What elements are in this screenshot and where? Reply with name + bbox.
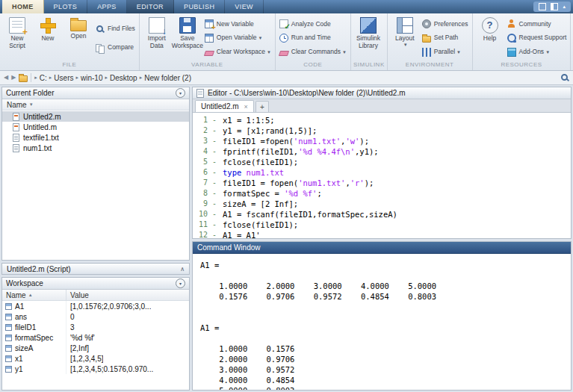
code-text[interactable]: fprintf(fileID1,'%d %4.4f\n',y1);: [223, 146, 379, 157]
command-output-line: 2.0000 0.9706: [200, 354, 571, 364]
code-text[interactable]: sizeA = [2 Inf];: [223, 199, 298, 209]
save-icon[interactable]: [539, 3, 546, 10]
line-number[interactable]: 8 -: [193, 188, 223, 199]
sort-ascending-icon: ▲: [28, 293, 33, 297]
window-layout-icon[interactable]: [551, 3, 558, 10]
open-folder-icon: [70, 20, 87, 31]
code-segment: formatSpec =: [223, 189, 284, 198]
tab-plots[interactable]: PLOTS: [44, 0, 88, 13]
workspace-row[interactable]: ans0: [2, 311, 189, 322]
new-tab-button[interactable]: +: [255, 101, 269, 112]
command-window-header[interactable]: Command Window: [193, 242, 571, 254]
editor-tab-untitled2[interactable]: Untitled2.m ×: [195, 100, 254, 112]
code-text[interactable]: fclose(fileID1);: [223, 220, 298, 230]
chevron-up-icon[interactable]: ▴: [563, 4, 566, 10]
set-path-button[interactable]: Set Path: [422, 33, 468, 44]
command-output[interactable]: A1 = 1.0000 2.0000 3.0000 4.0000 5.0000 …: [193, 254, 571, 390]
simulink-library-button[interactable]: Simulink Library: [353, 15, 383, 61]
panel-menu-icon[interactable]: [176, 279, 185, 288]
run-and-time-button[interactable]: Run and Time: [279, 33, 347, 44]
tab-view[interactable]: VIEW: [225, 0, 264, 13]
editor-header[interactable]: Editor - C:\Users\win-10\Desktop\New fol…: [193, 87, 571, 99]
forward-icon[interactable]: ▶: [11, 71, 16, 84]
clear-workspace-button[interactable]: Clear Workspace ▼: [205, 46, 271, 57]
workspace-header[interactable]: Workspace: [2, 278, 189, 290]
tab-apps[interactable]: APPS: [87, 0, 127, 13]
line-number[interactable]: 3 -: [193, 136, 223, 146]
search-folder-icon[interactable]: [560, 73, 569, 82]
clear-commands-button[interactable]: Clear Commands ▼: [279, 46, 347, 57]
compare-button[interactable]: Compare: [96, 42, 135, 53]
code-text[interactable]: fileID1 =fopen('num1.txt','w');: [223, 136, 369, 146]
code-text[interactable]: formatSpec = '%d %f';: [223, 188, 322, 199]
current-folder-header[interactable]: Current Folder: [2, 87, 189, 99]
line-number[interactable]: 12 -: [193, 230, 223, 238]
line-number[interactable]: 7 -: [193, 178, 223, 188]
layout-button[interactable]: Layout ▼: [390, 15, 420, 61]
ribbon-section-file: New Script New Open Find Files: [0, 13, 140, 70]
breadcrumb-segment[interactable]: New folder (2): [142, 74, 193, 82]
request-support-button[interactable]: Request Support: [507, 33, 567, 44]
code-text[interactable]: type num1.txt: [223, 167, 284, 178]
line-number[interactable]: 11 -: [193, 220, 223, 230]
workspace-row[interactable]: A1[1,0.1576;2,0.9706;3,0...: [2, 301, 189, 311]
file-item[interactable]: Untitled.m: [2, 122, 189, 132]
line-number[interactable]: 2 -: [193, 125, 223, 136]
breadcrumb-segment[interactable]: Desktop: [108, 74, 140, 82]
workspace-value-column-header[interactable]: Value: [66, 291, 89, 299]
collapse-icon[interactable]: ∧: [180, 266, 185, 273]
workspace-row[interactable]: sizeA[2,Inf]: [2, 343, 189, 353]
code-text[interactable]: A1 = fscanf(fileID1,formatSpec,sizeA): [223, 209, 397, 220]
code-segment: 'num1.txt': [294, 137, 341, 146]
import-data-button[interactable]: Import Data: [142, 15, 172, 61]
close-tab-icon[interactable]: ×: [244, 103, 248, 111]
line-number[interactable]: 6 -: [193, 167, 223, 178]
tab-publish[interactable]: PUBLISH: [174, 0, 225, 13]
file-item[interactable]: Untitled2.m: [2, 111, 189, 122]
code-editor[interactable]: 1 -x1 = 1:1:5;2 -y1 = [x1;rand(1,5)];3 -…: [193, 113, 571, 238]
breadcrumb-segment[interactable]: C:: [37, 74, 49, 82]
workspace-row[interactable]: fileID13: [2, 322, 189, 332]
open-variable-button[interactable]: Open Variable ▼: [205, 33, 271, 44]
breadcrumb-segment[interactable]: Users: [52, 74, 75, 82]
preferences-button[interactable]: Preferences: [422, 19, 468, 30]
back-icon[interactable]: ◀: [4, 71, 8, 84]
analyze-code-button[interactable]: Analyze Code: [279, 19, 347, 30]
workspace-row[interactable]: formatSpec'%d %f': [2, 332, 189, 343]
file-item[interactable]: num1.txt: [2, 143, 189, 153]
code-text[interactable]: x1 = 1:1:5;: [223, 115, 275, 125]
find-files-button[interactable]: Find Files: [96, 23, 135, 34]
matrix-icon: [5, 366, 12, 373]
tab-home[interactable]: HOME: [2, 0, 44, 13]
variable-name-text: y1: [15, 365, 23, 373]
line-number[interactable]: 4 -: [193, 146, 223, 157]
details-panel-bar[interactable]: Untitled2.m (Script) ∧: [1, 263, 190, 275]
parallel-button[interactable]: Parallel ▼: [422, 46, 468, 57]
code-text[interactable]: y1 = [x1;rand(1,5)];: [223, 125, 317, 136]
workspace-row[interactable]: y1[1,2,3,4,5;0.1576,0.970...: [2, 364, 189, 374]
open-button[interactable]: Open: [64, 15, 93, 61]
add-ons-button[interactable]: Add-Ons ▼: [507, 46, 567, 57]
name-column-header[interactable]: Name ▼: [2, 99, 189, 111]
file-item[interactable]: textfile1.txt: [2, 132, 189, 143]
community-button[interactable]: Community: [507, 19, 567, 30]
browse-folder-icon[interactable]: [19, 75, 28, 82]
line-number[interactable]: 5 -: [193, 157, 223, 167]
line-number[interactable]: 9 -: [193, 199, 223, 209]
breadcrumb-segment[interactable]: win-10: [78, 74, 105, 82]
save-workspace-button[interactable]: Save Workspace: [173, 15, 202, 61]
code-text[interactable]: fileID1 = fopen('num1.txt','r');: [223, 178, 374, 188]
new-variable-button[interactable]: New Variable: [205, 19, 271, 30]
new-button[interactable]: New: [33, 15, 63, 61]
line-number[interactable]: 1 -: [193, 115, 223, 125]
tab-editor[interactable]: EDITOR: [127, 0, 174, 13]
help-button[interactable]: Help: [475, 15, 505, 61]
code-segment: );: [365, 178, 374, 187]
workspace-name-column-header[interactable]: Name ▲: [2, 290, 66, 300]
workspace-row[interactable]: x1[1,2,3,4,5]: [2, 353, 189, 364]
panel-menu-icon[interactable]: [176, 88, 185, 98]
new-script-button[interactable]: New Script: [2, 15, 32, 61]
code-text[interactable]: fclose(fileID1);: [223, 157, 298, 167]
code-text[interactable]: A1 = A1': [223, 230, 261, 238]
line-number[interactable]: 10 -: [193, 209, 223, 220]
